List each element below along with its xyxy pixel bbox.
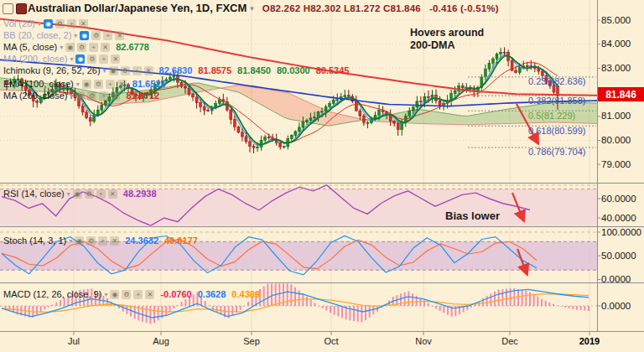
pane-indicator-value: 40.6177: [164, 236, 198, 246]
indicator-row: MA (200, close)▾◉⚙+✕81.8712: [3, 91, 159, 101]
eye-icon[interactable]: ◉: [75, 236, 84, 246]
pane-indicator-label[interactable]: MACD (12, 26, close, 9): [3, 289, 101, 299]
eye-icon[interactable]: ◉: [75, 54, 85, 64]
chevron-down-icon[interactable]: ▾: [74, 32, 77, 39]
fib-label[interactable]: 0.382(81.858): [528, 96, 586, 106]
close-icon[interactable]: ✕: [110, 236, 119, 246]
chevron-down-icon[interactable]: ▾: [69, 237, 72, 245]
chevron-down-icon[interactable]: ▾: [38, 20, 41, 28]
gear-icon[interactable]: ⚙: [87, 54, 96, 64]
indicator-value: 81.6525: [132, 79, 166, 89]
indicator-label[interactable]: Vol (20): [3, 18, 35, 28]
fib-label[interactable]: 0.618(80.599): [528, 126, 586, 136]
plus-icon[interactable]: +: [96, 189, 106, 199]
axis-tick-label: 50.0000: [601, 251, 636, 261]
close-icon[interactable]: ✕: [117, 80, 127, 89]
axis-tick-label: 81.000: [601, 111, 631, 121]
indicator-row: MA (5, close)▾◉⚙+✕82.6778: [3, 42, 149, 52]
pane-indicator-value: 0.4389: [231, 289, 260, 299]
close-icon[interactable]: ✕: [111, 91, 120, 101]
axis-tick-label: 83.000: [601, 63, 631, 73]
red-square-icon[interactable]: [16, 3, 27, 14]
change-value: -0.416 (-0.51%): [429, 3, 499, 13]
pane-indicator-row: Stoch (14, 3, 1)▾◉⚙+✕24.363240.6177: [3, 236, 198, 246]
indicator-value: 80.0300: [277, 65, 310, 75]
eye-icon[interactable]: ◉: [80, 31, 89, 40]
eye-icon[interactable]: ◉: [109, 66, 118, 75]
pane-indicator-value: 24.3632: [125, 236, 158, 246]
month-label: Dec: [491, 336, 528, 346]
indicator-label[interactable]: BB (20, close, 2): [3, 30, 71, 40]
indicator-value: 81.8712: [126, 91, 159, 101]
chevron-down-icon[interactable]: ▾: [70, 55, 73, 63]
plus-icon[interactable]: +: [99, 54, 108, 64]
eye-icon[interactable]: ◉: [82, 80, 91, 89]
close-icon[interactable]: ✕: [79, 19, 88, 28]
close-icon[interactable]: ✕: [145, 290, 154, 299]
fib-label[interactable]: 0.5(81.229): [528, 111, 575, 121]
gear-icon[interactable]: ⚙: [122, 290, 131, 299]
eye-icon[interactable]: ◉: [75, 91, 85, 101]
plus-icon[interactable]: +: [132, 66, 142, 75]
pane-indicator-label[interactable]: Stoch (14, 3, 1): [3, 236, 66, 246]
gear-icon[interactable]: ⚙: [55, 19, 65, 28]
plus-icon[interactable]: +: [98, 236, 107, 246]
fib-label[interactable]: 0.236(82.636): [528, 76, 586, 86]
indicator-label[interactable]: EMA (100, close): [3, 79, 74, 89]
chevron-down-icon[interactable]: ▾: [250, 4, 254, 13]
last-price-badge: 81.846: [598, 87, 644, 101]
ohlc-values: O82.262 H82.302 L81.272 C81.846: [262, 3, 421, 13]
gear-icon[interactable]: ⚙: [91, 31, 101, 40]
plus-icon[interactable]: +: [89, 43, 98, 52]
indicator-label[interactable]: MA (200, close): [3, 91, 67, 101]
indicator-value: 81.8450: [237, 65, 271, 75]
chevron-down-icon[interactable]: ▾: [60, 44, 63, 51]
eye-icon[interactable]: ◉: [44, 19, 53, 28]
symbol-header: Australian Dollar/Japanese Yen, 1D, FXCM…: [28, 2, 499, 14]
indicator-row: EMA (100, close)▾◉⚙+✕81.6525: [3, 79, 166, 89]
gear-icon[interactable]: ⚙: [87, 91, 96, 101]
eye-icon[interactable]: ◉: [65, 43, 75, 52]
eye-icon[interactable]: ◉: [110, 290, 119, 299]
plus-icon[interactable]: +: [133, 290, 143, 299]
pane-indicator-row: RSI (14, close)▾◉⚙+✕48.2938: [3, 189, 157, 199]
close-icon[interactable]: ✕: [115, 31, 124, 40]
symbol-title[interactable]: Australian Dollar/Japanese Yen, 1D, FXCM: [28, 2, 247, 14]
axis-tick-label: 100.0000: [601, 227, 641, 237]
gear-icon[interactable]: ⚙: [77, 43, 86, 52]
pane-indicator-value: 48.2938: [123, 189, 157, 199]
indicator-row: BB (20, close, 2)▾◉⚙+✕: [3, 30, 124, 40]
indicator-label[interactable]: Ichimoku (9, 26, 52, 26): [3, 65, 101, 75]
plus-icon[interactable]: +: [99, 91, 108, 101]
plus-icon[interactable]: +: [67, 19, 76, 28]
month-label: Aug: [143, 336, 179, 346]
plus-icon[interactable]: +: [106, 80, 115, 89]
plus-icon[interactable]: +: [103, 31, 112, 40]
close-icon[interactable]: ✕: [144, 66, 153, 75]
close-icon[interactable]: ✕: [111, 54, 120, 64]
indicator-row: Ichimoku (9, 26, 52, 26)▾◉⚙+✕82.683081.8…: [3, 65, 349, 75]
gear-icon[interactable]: ⚙: [94, 80, 103, 89]
pane-indicator-label[interactable]: RSI (14, close): [3, 189, 65, 199]
chart-canvas[interactable]: [0, 0, 644, 352]
eye-icon[interactable]: ◉: [73, 189, 82, 199]
chevron-down-icon[interactable]: ▾: [104, 291, 107, 298]
chevron-down-icon[interactable]: ▾: [76, 80, 80, 88]
chevron-down-icon[interactable]: ▾: [67, 190, 70, 198]
close-icon[interactable]: ✕: [108, 189, 117, 199]
indicator-label[interactable]: MA (5, close): [3, 42, 57, 52]
axis-tick-label: 79.000: [601, 159, 631, 169]
close-icon[interactable]: ✕: [101, 43, 110, 52]
annotation-hovers-200dma[interactable]: Hovers around 200-DMA: [410, 27, 484, 52]
axis-tick-label: 85.000: [601, 15, 631, 25]
gear-icon[interactable]: ⚙: [121, 66, 130, 75]
axis-tick-label: 60.0000: [601, 194, 636, 204]
gear-icon[interactable]: ⚙: [85, 189, 94, 199]
fib-label[interactable]: 0.786(79.704): [528, 147, 586, 157]
gear-icon[interactable]: ⚙: [86, 236, 96, 246]
chevron-down-icon[interactable]: ▾: [103, 67, 106, 75]
chevron-down-icon[interactable]: ▾: [70, 92, 73, 100]
window-icon[interactable]: [3, 3, 13, 14]
indicator-label[interactable]: MA (200, close): [3, 54, 67, 64]
annotation-bias-lower[interactable]: Bias lower: [445, 210, 500, 222]
